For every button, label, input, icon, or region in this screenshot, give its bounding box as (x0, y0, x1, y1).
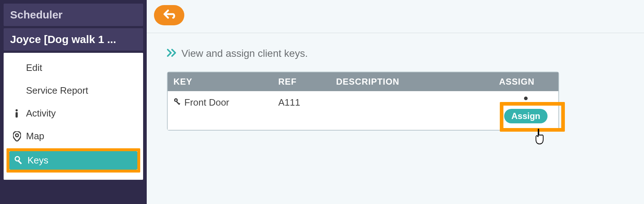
main-content: View and assign client keys. KEY REF DES… (147, 0, 644, 204)
back-arrow-icon (163, 9, 175, 21)
sidebar-menu: Edit Service Report Activity Map Keys (4, 53, 143, 180)
content-area: View and assign client keys. KEY REF DES… (147, 33, 644, 131)
highlight-keys: Keys (7, 148, 140, 173)
sidebar-item-label: Map (26, 131, 44, 142)
sidebar-item-label: Edit (26, 62, 42, 73)
col-header-assign: ASSIGN (493, 72, 558, 91)
sidebar-item-label: Keys (27, 155, 48, 166)
sidebar: Scheduler Joyce [Dog walk 1 ... Edit Ser… (0, 0, 147, 204)
map-pin-icon (13, 131, 26, 141)
svg-point-6 (175, 99, 177, 101)
sidebar-item-label: Service Report (26, 85, 88, 96)
cell-desc (330, 91, 493, 130)
cell-ref: A111 (272, 91, 330, 130)
key-icon (173, 97, 181, 108)
col-header-desc: DESCRIPTION (330, 72, 493, 91)
sidebar-title-scheduler-label: Scheduler (10, 9, 63, 21)
info-icon (13, 109, 26, 118)
sidebar-title-client-label: Joyce [Dog walk 1 ... (10, 33, 116, 45)
cell-key: Front Door (168, 91, 272, 130)
table-row: Front Door A111 Assign (168, 91, 558, 130)
table-header-row: KEY REF DESCRIPTION ASSIGN (168, 72, 558, 91)
cell-assign: Assign (493, 91, 558, 130)
key-icon (14, 156, 27, 165)
col-header-key: KEY (168, 72, 272, 91)
page-subtitle: View and assign client keys. (167, 48, 644, 59)
sidebar-item-keys[interactable]: Keys (9, 151, 137, 170)
sidebar-title-client[interactable]: Joyce [Dog walk 1 ... (4, 28, 143, 51)
keys-table: KEY REF DESCRIPTION ASSIGN Front Door A1… (167, 72, 559, 131)
svg-point-0 (16, 109, 18, 111)
assign-button[interactable]: Assign (504, 109, 548, 123)
back-button[interactable] (154, 5, 184, 25)
person-icon (522, 95, 530, 107)
svg-point-9 (524, 97, 528, 100)
svg-rect-4 (18, 160, 22, 164)
col-header-ref: REF (272, 72, 330, 91)
cursor-hand-icon (533, 128, 548, 147)
sidebar-item-edit[interactable]: Edit (7, 57, 140, 78)
cell-key-text: Front Door (184, 97, 229, 108)
svg-rect-1 (16, 112, 18, 118)
page-subtitle-text: View and assign client keys. (181, 48, 308, 59)
sidebar-item-map[interactable]: Map (7, 126, 140, 147)
toolbar (147, 0, 644, 33)
chevrons-icon (167, 48, 177, 59)
sidebar-title-scheduler[interactable]: Scheduler (4, 4, 143, 26)
assign-button-label: Assign (511, 111, 540, 121)
svg-point-2 (16, 134, 18, 137)
sidebar-item-service-report[interactable]: Service Report (7, 80, 140, 101)
sidebar-item-label: Activity (26, 108, 56, 119)
sidebar-item-activity[interactable]: Activity (7, 103, 140, 124)
